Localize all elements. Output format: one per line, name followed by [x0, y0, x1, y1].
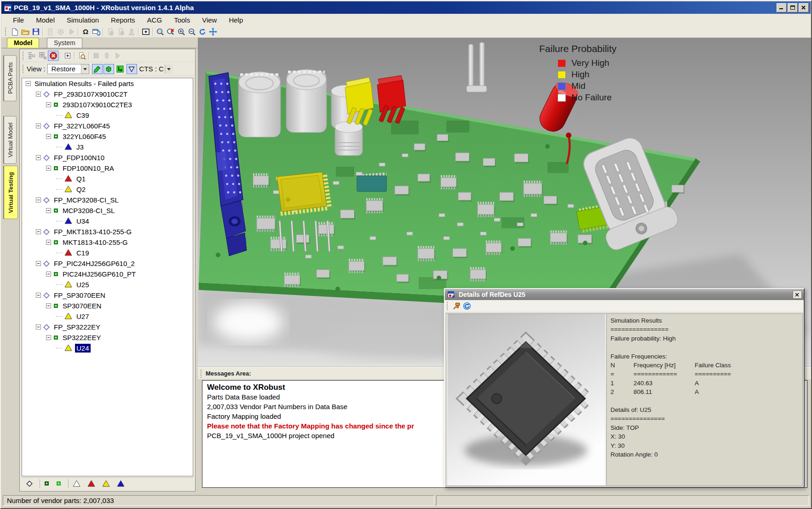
menu-view[interactable]: View	[196, 15, 223, 25]
part-square-dark-icon[interactable]	[45, 481, 49, 486]
menu-model[interactable]: Model	[30, 15, 61, 25]
tree-item-fp-mcp3208-ci-sl[interactable]: FP_MCP3208-CI_SL	[22, 195, 193, 205]
details-title-bar[interactable]: Details of RefDes U25	[445, 289, 804, 300]
very-high-triangle-icon[interactable]	[87, 480, 95, 487]
toolbar-grip[interactable]	[447, 302, 449, 310]
tree-item-mkt1813-410-255-g[interactable]: MKT1813-410-255-G	[22, 237, 193, 248]
tree-item-sp3070een[interactable]: SP3070EEN	[22, 301, 193, 311]
tree-item-fp-322yl060f45[interactable]: FP_322YL060F45	[22, 121, 193, 131]
tab-system[interactable]: System	[47, 38, 82, 48]
menu-tools[interactable]: Tools	[168, 15, 196, 25]
details-window[interactable]: Details of RefDes U25	[444, 288, 805, 488]
expand-collapse-icon[interactable]	[46, 102, 51, 107]
tree-item-u27[interactable]: U27	[22, 311, 193, 322]
refresh-view-button[interactable]	[197, 27, 207, 37]
tree-item-fp-sp3070een[interactable]: FP_SP3070EEN	[22, 290, 193, 301]
cube-green-button[interactable]	[104, 64, 114, 74]
expand-collapse-icon[interactable]	[36, 261, 41, 266]
zoom-window-button[interactable]	[155, 27, 165, 37]
expand-collapse-icon[interactable]	[36, 293, 41, 298]
snapshot-button[interactable]	[140, 27, 151, 37]
maximize-button[interactable]	[788, 3, 798, 12]
zoom-in-button[interactable]	[176, 27, 186, 37]
expand-collapse-icon[interactable]	[46, 303, 51, 308]
paint-green-button[interactable]	[92, 64, 103, 74]
omega-button[interactable]: Ω	[80, 27, 91, 37]
tree-item-sp3222eey[interactable]: SP3222EEY	[22, 332, 193, 343]
tree-item-fp-293d107x9010c2t[interactable]: FP_293D107X9010C2T	[22, 89, 193, 99]
save-button[interactable]	[30, 27, 41, 37]
run-button[interactable]	[112, 51, 122, 61]
gray-square-button[interactable]	[91, 51, 101, 61]
pan-view-button[interactable]	[207, 27, 218, 37]
expand-collapse-icon[interactable]	[46, 240, 51, 245]
chip-3d-image[interactable]	[446, 313, 607, 486]
expand-collapse-icon[interactable]	[36, 324, 41, 330]
cts-dropdown[interactable]	[165, 64, 173, 74]
refresh-window-button[interactable]	[91, 27, 101, 37]
toolbar-grip[interactable]	[23, 52, 25, 60]
minimize-button[interactable]	[777, 3, 787, 12]
tree-item-u24[interactable]: U24	[22, 343, 193, 353]
title-bar[interactable]: PCB_19_v1_SMA_1000H - XRobust version 1.…	[1, 1, 811, 14]
tree-item-q1[interactable]: Q1	[22, 174, 193, 184]
toolbar-grip[interactable]	[23, 65, 25, 73]
open-project-button[interactable]	[20, 27, 30, 37]
user-stamp-button[interactable]	[126, 27, 137, 37]
expand-collapse-icon[interactable]	[46, 335, 51, 340]
tree-item-fp-mkt1813-410-255-g[interactable]: FP_MKT1813-410-255-G	[22, 226, 193, 237]
tree-item-simulation-results-failed-parts[interactable]: Simulation Results - Failed parts	[22, 78, 193, 89]
part-square-green-icon[interactable]	[57, 481, 61, 486]
side-tab-pcba-parts[interactable]: PCBA Parts	[3, 55, 17, 101]
expand-collapse-icon[interactable]	[46, 272, 51, 277]
side-tab-virtual-model[interactable]: Virtual Model	[3, 116, 17, 164]
tree-item-fp-sp3222ey[interactable]: FP_SP3222EY	[22, 322, 193, 332]
expand-collapse-icon[interactable]	[46, 134, 51, 139]
tree-item-322yl060f45[interactable]: 322YL060F45	[22, 131, 193, 142]
tree-item-pic24hj256gp610-pt[interactable]: PIC24HJ256GP610_PT	[22, 269, 193, 279]
expand-collapse-icon[interactable]	[36, 92, 41, 97]
tree-item-c19[interactable]: C19	[22, 248, 193, 258]
tree-item-mcp3208-ci-sl[interactable]: MCP3208-CI_SL	[22, 205, 193, 216]
find-part-button[interactable]	[76, 51, 87, 61]
expand-collapse-icon[interactable]	[36, 197, 41, 202]
view-mode-select[interactable]: Restore	[47, 64, 89, 74]
zoom-cancel-button[interactable]	[165, 27, 176, 37]
tree-item-fp-pic24hj256gp610-2[interactable]: FP_PIC24HJ256GP610_2	[22, 258, 193, 269]
tree-item-j3[interactable]: J3	[22, 142, 193, 152]
swap-button[interactable]	[101, 51, 112, 61]
side-tab-virtual-testing[interactable]: Virtual Testing	[3, 166, 18, 219]
pin-doc-button[interactable]	[115, 27, 126, 37]
tree-expand-button[interactable]	[37, 51, 48, 61]
tree-item-293d107x9010c2te3[interactable]: 293D107X9010C2TE3	[22, 99, 193, 110]
refresh-round-button[interactable]	[461, 301, 472, 311]
menu-help[interactable]: Help	[223, 15, 249, 25]
mid-triangle-icon[interactable]	[117, 480, 125, 487]
tree-item-fp-fdp100n10[interactable]: FP_FDP100N10	[22, 152, 193, 163]
run-button[interactable]	[66, 27, 76, 37]
toolbar-grip[interactable]	[5, 28, 7, 36]
expand-collapse-icon[interactable]	[46, 208, 51, 213]
tree-item-u34[interactable]: U34	[22, 216, 193, 226]
expand-collapse-icon[interactable]	[46, 166, 51, 171]
tree-item-c39[interactable]: C39	[22, 110, 193, 121]
settings-button[interactable]	[55, 27, 66, 37]
tree-item-fdp100n10-ra[interactable]: FDP100N10_RA	[22, 163, 193, 174]
menu-simulation[interactable]: Simulation	[61, 15, 105, 25]
no-failure-triangle-icon[interactable]	[73, 480, 81, 487]
pin-doc-button[interactable]	[105, 27, 115, 37]
expand-collapse-icon[interactable]	[26, 81, 31, 86]
plus-box-button[interactable]	[62, 51, 73, 61]
stop-red-button[interactable]	[48, 51, 58, 61]
footprint-diamond-icon[interactable]	[26, 480, 33, 486]
tab-model[interactable]: Model	[7, 38, 39, 48]
panel-grip[interactable]	[201, 370, 203, 378]
expand-collapse-icon[interactable]	[36, 155, 41, 160]
close-button[interactable]	[799, 3, 809, 12]
menu-file[interactable]: File	[7, 15, 30, 25]
details-close-button[interactable]	[793, 290, 802, 299]
pin-orange-button[interactable]	[451, 301, 461, 311]
menu-acg[interactable]: ACG	[141, 15, 168, 25]
tree-collapse-button[interactable]	[27, 51, 37, 61]
expand-collapse-icon[interactable]	[36, 123, 41, 128]
